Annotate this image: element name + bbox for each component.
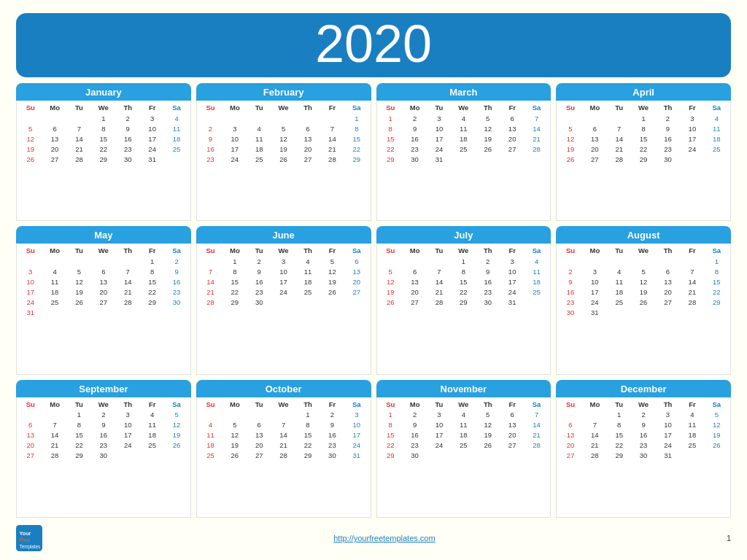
day-header-th: Th bbox=[656, 245, 680, 256]
day-cell bbox=[452, 451, 476, 461]
days-grid: 1234567891011121314151617181920212223242… bbox=[198, 113, 369, 164]
month-title: December bbox=[556, 380, 731, 397]
day-cell: 6 bbox=[42, 123, 66, 133]
day-cell: 23 bbox=[198, 154, 222, 164]
day-cell: 8 bbox=[379, 123, 403, 133]
day-cell: 31 bbox=[500, 297, 524, 307]
day-cell: 28 bbox=[67, 154, 91, 164]
day-header-we: We bbox=[271, 245, 295, 256]
day-cell: 11 bbox=[164, 123, 188, 133]
day-cell: 12 bbox=[320, 266, 344, 276]
day-cell: 13 bbox=[247, 430, 271, 440]
day-cell bbox=[427, 451, 451, 461]
day-cell bbox=[42, 256, 66, 266]
day-cell bbox=[222, 113, 247, 123]
day-header-we: We bbox=[631, 102, 655, 113]
day-cell: 30 bbox=[247, 297, 271, 307]
day-cell bbox=[476, 451, 500, 461]
day-cell: 5 bbox=[18, 123, 42, 133]
day-cell: 8 bbox=[631, 123, 655, 133]
day-header-mo: Mo bbox=[583, 399, 607, 410]
days-grid: 1234567891011121314151617181920212223242… bbox=[18, 256, 189, 317]
day-cell: 15 bbox=[91, 133, 115, 144]
day-cell: 3 bbox=[427, 113, 451, 123]
day-header-fr: Fr bbox=[320, 399, 344, 410]
day-cell: 16 bbox=[116, 133, 140, 144]
day-cell: 23 bbox=[476, 287, 500, 297]
day-cell: 12 bbox=[705, 420, 729, 430]
day-cell: 3 bbox=[344, 410, 368, 420]
day-cell: 11 bbox=[705, 123, 729, 133]
day-header-we: We bbox=[91, 399, 115, 410]
day-cell: 24 bbox=[222, 154, 247, 164]
day-cell: 5 bbox=[320, 256, 344, 266]
day-cell: 15 bbox=[140, 276, 164, 287]
day-header-tu: Tu bbox=[247, 399, 271, 410]
day-cell: 24 bbox=[500, 287, 524, 297]
day-cell: 1 bbox=[379, 410, 403, 420]
day-cell: 15 bbox=[607, 430, 631, 440]
day-header-fr: Fr bbox=[320, 245, 344, 256]
day-cell bbox=[67, 256, 91, 266]
day-cell: 1 bbox=[67, 410, 91, 420]
day-cell: 5 bbox=[379, 266, 403, 276]
day-cell: 13 bbox=[344, 266, 368, 276]
day-cell: 4 bbox=[247, 123, 271, 133]
day-cell bbox=[631, 256, 655, 266]
day-header-mo: Mo bbox=[42, 102, 66, 113]
day-header-su: Su bbox=[18, 245, 42, 256]
day-cell: 1 bbox=[344, 113, 368, 123]
day-cell: 21 bbox=[525, 133, 549, 144]
day-cell: 20 bbox=[558, 440, 582, 451]
day-headers-row: SuMoTuWeThFrSa bbox=[379, 102, 549, 113]
day-header-fr: Fr bbox=[680, 102, 704, 113]
day-cell: 13 bbox=[18, 430, 42, 440]
day-headers-row: SuMoTuWeThFrSa bbox=[198, 245, 369, 256]
day-header-we: We bbox=[271, 102, 295, 113]
day-header-sa: Sa bbox=[525, 399, 549, 410]
day-cell: 3 bbox=[140, 113, 164, 123]
day-cell: 10 bbox=[500, 266, 524, 276]
day-cell: 30 bbox=[91, 451, 115, 461]
day-cell: 24 bbox=[140, 144, 164, 154]
day-cell: 7 bbox=[583, 420, 607, 430]
day-cell: 21 bbox=[271, 440, 295, 451]
footer-url[interactable]: http://yourfreetemplates.com bbox=[333, 534, 435, 542]
day-header-mo: Mo bbox=[583, 102, 607, 113]
day-cell: 6 bbox=[344, 256, 368, 266]
day-cell bbox=[42, 410, 66, 420]
day-header-mo: Mo bbox=[42, 245, 66, 256]
day-cell: 27 bbox=[42, 154, 66, 164]
day-cell bbox=[680, 154, 704, 164]
day-header-sa: Sa bbox=[344, 399, 368, 410]
month-title: March bbox=[376, 83, 551, 101]
day-cell: 9 bbox=[403, 123, 427, 133]
day-cell: 16 bbox=[164, 276, 188, 287]
day-header-sa: Sa bbox=[705, 399, 729, 410]
day-cell: 18 bbox=[198, 440, 222, 451]
month-body: SuMoTuWeThFrSa12345678910111213141516171… bbox=[556, 244, 731, 374]
days-grid: 1234567891011121314151617181920212223242… bbox=[558, 410, 729, 461]
day-cell: 3 bbox=[222, 123, 247, 133]
day-cell bbox=[583, 256, 607, 266]
month-title: July bbox=[376, 226, 551, 244]
day-cell: 11 bbox=[247, 133, 271, 144]
day-cell: 8 bbox=[295, 420, 320, 430]
day-cell: 2 bbox=[247, 256, 271, 266]
day-cell: 21 bbox=[42, 440, 66, 451]
day-cell: 10 bbox=[222, 133, 247, 144]
day-header-su: Su bbox=[558, 245, 582, 256]
day-cell: 14 bbox=[680, 276, 704, 287]
day-cell: 10 bbox=[344, 420, 368, 430]
day-cell: 30 bbox=[116, 154, 140, 164]
day-cell: 14 bbox=[116, 276, 140, 287]
day-cell: 10 bbox=[680, 123, 704, 133]
day-header-sa: Sa bbox=[164, 399, 188, 410]
day-cell: 22 bbox=[344, 144, 368, 154]
day-cell: 11 bbox=[525, 266, 549, 276]
day-cell: 15 bbox=[452, 276, 476, 287]
day-cell: 15 bbox=[344, 133, 368, 144]
day-cell: 10 bbox=[271, 266, 295, 276]
day-cell: 26 bbox=[320, 287, 344, 297]
month-block-september: SeptemberSuMoTuWeThFrSa12345678910111213… bbox=[16, 380, 191, 518]
